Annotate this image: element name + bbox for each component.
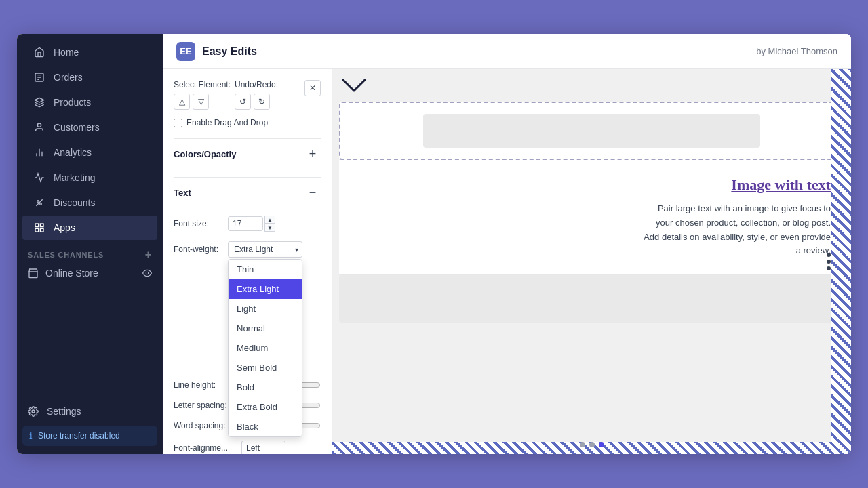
sidebar-item-customers[interactable]: Customers	[22, 115, 157, 140]
dropdown-item-extra-bold[interactable]: Extra Bold	[229, 397, 302, 417]
select-up-button[interactable]: △	[174, 94, 190, 110]
svg-point-2	[37, 123, 41, 127]
dropdown-item-semi-bold[interactable]: Semi Bold	[229, 358, 302, 378]
close-button[interactable]: ✕	[304, 80, 321, 96]
sidebar-item-online-store[interactable]: Online Store	[22, 264, 157, 283]
preview-bottom-image	[339, 275, 844, 323]
svg-point-13	[146, 272, 149, 274]
home-icon	[33, 46, 45, 58]
preview-chevron	[332, 69, 851, 102]
font-size-down[interactable]: ▼	[264, 224, 275, 232]
enable-drag-checkbox[interactable]	[174, 119, 182, 127]
settings-icon	[28, 406, 39, 417]
topbar-credit: by Michael Thomson	[756, 46, 837, 56]
store-transfer-notice: ℹ Store transfer disabled	[22, 426, 157, 446]
svg-rect-10	[40, 224, 43, 227]
dot-2[interactable]	[589, 442, 595, 447]
settings-item[interactable]: Settings	[22, 400, 157, 423]
analytics-icon	[33, 146, 45, 159]
dropdown-item-thin[interactable]: Thin	[229, 260, 302, 279]
text-section-header: Text −	[174, 177, 321, 207]
svg-rect-9	[35, 224, 39, 227]
side-dot-1	[827, 253, 831, 257]
dot-3[interactable]	[599, 442, 604, 447]
sidebar-nav: Home Orders Products Custo	[17, 34, 163, 394]
sidebar: Home Orders Products Custo	[17, 34, 163, 454]
online-store-icon	[28, 268, 39, 279]
sidebar-item-analytics[interactable]: Analytics	[22, 140, 157, 165]
orders-icon	[33, 71, 45, 83]
select-down-button[interactable]: ▽	[193, 94, 209, 110]
left-panel: Select Element: △ ▽ Undo/Redo: ↺ ↻ ✕	[163, 69, 332, 454]
sidebar-footer: Settings ℹ Store transfer disabled	[17, 394, 163, 454]
content-area: Select Element: △ ▽ Undo/Redo: ↺ ↻ ✕	[163, 69, 851, 454]
sidebar-item-label: Products	[54, 97, 91, 108]
font-weight-select[interactable]: Extra Light	[228, 241, 302, 258]
sidebar-item-products[interactable]: Products	[22, 90, 157, 115]
marketing-icon	[33, 171, 45, 184]
dot-1[interactable]	[580, 442, 585, 447]
colors-section-header: Colors/Opactiy +	[174, 138, 321, 169]
sidebar-item-orders[interactable]: Orders	[22, 65, 157, 89]
dropdown-item-bold[interactable]: Bold	[229, 378, 302, 397]
sidebar-item-label: Marketing	[54, 172, 95, 183]
font-size-input[interactable]	[228, 216, 263, 231]
font-alignment-row: Font-alignme... Left Center Right	[174, 441, 321, 454]
dropdown-item-extra-light[interactable]: Extra Light	[229, 279, 302, 299]
side-dots	[827, 253, 831, 270]
sidebar-item-label: Discounts	[54, 197, 95, 208]
preview-body: Pair large text with an image to give fo…	[641, 202, 831, 258]
select-element-group: Select Element: △ ▽	[174, 80, 235, 110]
enable-drag-label[interactable]: Enable Drag And Drop	[186, 118, 268, 127]
online-store-label: Online Store	[45, 268, 98, 279]
enable-drag-row: Enable Drag And Drop	[174, 118, 321, 127]
undo-button[interactable]: ↺	[235, 94, 251, 110]
sidebar-item-apps[interactable]: Apps	[22, 216, 157, 240]
font-size-up[interactable]: ▲	[264, 216, 275, 224]
app-logo: EE	[176, 42, 195, 61]
svg-marker-1	[35, 98, 43, 102]
svg-point-6	[37, 201, 39, 203]
sidebar-item-label: Analytics	[54, 147, 92, 158]
undo-redo-group: Undo/Redo: ↺ ↻	[235, 80, 296, 110]
info-icon: ℹ	[29, 431, 33, 441]
font-size-row: Font size: ▲ ▼	[174, 216, 321, 232]
svg-point-7	[40, 203, 42, 205]
preview-area: Image with text Pair large text with an …	[332, 69, 851, 454]
font-weight-select-wrapper: Extra Light ▾ Thin Extra Light Light Nor…	[228, 241, 302, 258]
dropdown-item-light[interactable]: Light	[229, 299, 302, 319]
side-dot-2	[827, 260, 831, 264]
sidebar-item-marketing[interactable]: Marketing	[22, 165, 157, 190]
dropdown-item-medium[interactable]: Medium	[229, 338, 302, 358]
sidebar-item-discounts[interactable]: Discounts	[22, 190, 157, 215]
svg-point-14	[32, 410, 35, 413]
carousel-dots	[580, 442, 604, 447]
svg-rect-12	[40, 228, 43, 232]
app-title: Easy Edits	[202, 45, 257, 58]
text-collapse-button[interactable]: −	[304, 184, 321, 201]
sidebar-item-label: Orders	[54, 72, 83, 83]
customers-icon	[33, 121, 45, 134]
colors-expand-button[interactable]: +	[304, 146, 321, 162]
sidebar-item-home[interactable]: Home	[22, 40, 157, 64]
preview-text-area: Image with text Pair large text with an …	[339, 160, 844, 275]
sidebar-item-label: Apps	[54, 222, 75, 233]
add-sales-channel-button[interactable]: +	[145, 249, 152, 261]
products-icon	[33, 96, 45, 108]
dropdown-item-normal[interactable]: Normal	[229, 319, 302, 338]
sales-channels-header: SALES CHANNELS +	[17, 241, 163, 264]
topbar: EE Easy Edits by Michael Thomson	[163, 34, 851, 69]
right-stripe	[831, 69, 851, 454]
apps-icon	[33, 222, 45, 234]
main-window: Home Orders Products Custo	[17, 34, 851, 454]
main-content: EE Easy Edits by Michael Thomson Select …	[163, 34, 851, 454]
eye-icon[interactable]	[142, 268, 152, 278]
redo-button[interactable]: ↻	[254, 94, 270, 110]
placeholder-image	[423, 114, 760, 148]
font-weight-row: Font-weight: Extra Light ▾ Thin Extra Li…	[174, 241, 321, 258]
font-weight-dropdown: Thin Extra Light Light Normal Medium Sem…	[228, 259, 302, 437]
font-alignment-select[interactable]: Left Center Right	[241, 441, 285, 454]
dropdown-item-black[interactable]: Black	[229, 417, 302, 436]
sidebar-item-label: Home	[54, 47, 79, 58]
sidebar-item-label: Customers	[54, 122, 100, 133]
